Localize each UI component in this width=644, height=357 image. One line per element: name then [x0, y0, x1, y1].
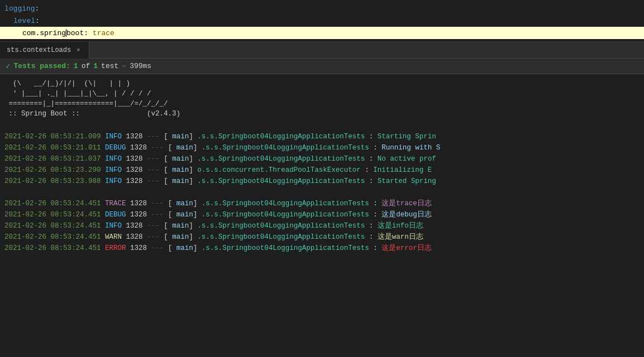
log-bracket: [ [164, 222, 168, 230]
test-word: test [101, 62, 118, 70]
check-icon: ✓ [6, 61, 10, 71]
log-pid: 1328 [126, 222, 143, 230]
log-colon: : [365, 166, 369, 174]
test-count: 1 [74, 62, 78, 70]
log-colon: : [369, 222, 374, 230]
log-class: .s.s.Springboot04LoggingApplicationTests [197, 222, 365, 230]
log-message: 这是error日志 [381, 244, 432, 252]
log-pid: 1328 [126, 155, 143, 163]
of-label: of [82, 62, 90, 70]
tab-context-loads[interactable]: sts.contextLoads × [0, 42, 89, 59]
yaml-value-trace: trace [93, 29, 115, 37]
log-colon: : [369, 177, 374, 185]
log-line: 2021-02-26 08:53:24.451 TRACE 1328 --- [… [0, 198, 644, 209]
log-thread: main [168, 177, 189, 185]
tab-bar: sts.contextLoads × [0, 42, 644, 59]
log-line: 2021-02-26 08:53:21.009 INFO 1328 --- [ … [0, 131, 644, 142]
log-level: INFO [105, 177, 122, 185]
log-timestamp: 2021-02-26 08:53:21.011 [4, 144, 101, 152]
yaml-line-springboot: com.springboot: trace [0, 27, 644, 39]
log-colon: : [373, 144, 378, 152]
log-timestamp: 2021-02-26 08:53:24.451 [4, 244, 101, 252]
log-sep: --- [147, 177, 160, 185]
log-timestamp: 2021-02-26 08:53:24.451 [4, 200, 101, 208]
log-sep: --- [147, 222, 160, 230]
log-colon: : [369, 133, 374, 141]
log-colon: : [373, 244, 378, 252]
log-timestamp: 2021-02-26 08:53:23.988 [4, 177, 101, 185]
log-class: .s.s.Springboot04LoggingApplicationTests [197, 233, 365, 241]
log-line: 2021-02-26 08:53:23.290 INFO 1328 --- [ … [0, 165, 644, 176]
log-bracket: [ [164, 233, 168, 241]
log-timestamp: 2021-02-26 08:53:24.451 [4, 222, 101, 230]
empty-line [0, 120, 644, 131]
log-container: 2021-02-26 08:53:21.009 INFO 1328 --- [ … [0, 131, 644, 254]
log-close: ] [193, 200, 198, 208]
log-pid: 1328 [126, 177, 143, 185]
log-thread: main [168, 166, 189, 174]
log-thread: main [168, 155, 189, 163]
log-message: 这是trace日志 [381, 200, 432, 208]
log-bracket: [ [164, 133, 168, 141]
console-output[interactable]: (\ __/|_)/|/| (\| | | ) ' |___| ._| |___… [0, 74, 644, 357]
log-close: ] [189, 222, 193, 230]
log-message: Started Spring [378, 177, 436, 185]
log-level: INFO [105, 222, 122, 230]
yaml-key-level: level [13, 17, 35, 25]
log-level: ERROR [105, 244, 126, 252]
log-colon: : [373, 200, 378, 208]
tab-close-button[interactable]: × [74, 46, 82, 54]
log-line: 2021-02-26 08:53:21.037 INFO 1328 --- [ … [0, 153, 644, 165]
log-level: INFO [105, 166, 122, 174]
tab-label: sts.contextLoads [7, 46, 71, 54]
log-close: ] [189, 233, 193, 241]
log-message: 这是info日志 [378, 222, 423, 230]
log-timestamp: 2021-02-26 08:53:24.451 [4, 211, 101, 219]
yaml-key-springboot: com.spring [22, 29, 66, 37]
log-bracket: [ [164, 155, 168, 163]
log-message: No active prof [378, 155, 436, 163]
log-line: 2021-02-26 08:53:24.451 WARN 1328 --- [ … [0, 231, 644, 243]
log-pid: 1328 [130, 200, 147, 208]
log-pid: 1328 [130, 244, 147, 252]
log-class: .s.s.Springboot04LoggingApplicationTests [202, 244, 369, 252]
log-sep: --- [147, 166, 160, 174]
log-close: ] [193, 244, 198, 252]
log-bracket: [ [164, 177, 168, 185]
log-thread: main [168, 133, 189, 141]
log-level: DEBUG [105, 144, 126, 152]
log-line: 2021-02-26 08:53:21.011 DEBUG 1328 --- [… [0, 142, 644, 153]
log-colon: : [373, 211, 378, 219]
log-colon: : [369, 155, 374, 163]
yaml-key-boot: boot [66, 29, 84, 37]
log-colon: : [369, 233, 374, 241]
log-thread: main [168, 222, 189, 230]
log-thread: main [172, 200, 193, 208]
log-level: INFO [105, 155, 122, 163]
log-close: ] [189, 155, 193, 163]
spring-ascii-art: (\ __/|_)/|/| (\| | | ) ' |___| ._| |___… [0, 78, 644, 120]
log-line [0, 187, 644, 198]
log-line: 2021-02-26 08:53:24.451 ERROR 1328 --- [… [0, 243, 644, 254]
log-sep: --- [151, 211, 164, 219]
log-thread: main [172, 144, 193, 152]
log-sep: --- [151, 200, 164, 208]
tests-passed-label: Tests passed: [13, 62, 70, 70]
log-class: .s.s.Springboot04LoggingApplicationTests [197, 177, 365, 185]
log-timestamp: 2021-02-26 08:53:24.451 [4, 233, 101, 241]
log-level: INFO [105, 133, 122, 141]
yaml-line-level: level: [0, 15, 644, 27]
log-line: 2021-02-26 08:53:23.988 INFO 1328 --- [ … [0, 176, 644, 187]
log-sep: --- [147, 133, 160, 141]
log-class: .s.s.Springboot04LoggingApplicationTests [202, 144, 369, 152]
log-message: Initializing E [373, 166, 432, 174]
separator: – [122, 62, 126, 70]
log-class: .s.s.Springboot04LoggingApplicationTests [197, 155, 365, 163]
log-message: 这是debug日志 [381, 211, 432, 219]
status-bar: ✓ Tests passed: 1 of 1 test – 399ms [0, 59, 644, 74]
log-close: ] [189, 133, 193, 141]
log-close: ] [193, 144, 198, 152]
log-close: ] [189, 177, 193, 185]
log-pid: 1328 [126, 166, 143, 174]
log-sep: --- [151, 244, 164, 252]
